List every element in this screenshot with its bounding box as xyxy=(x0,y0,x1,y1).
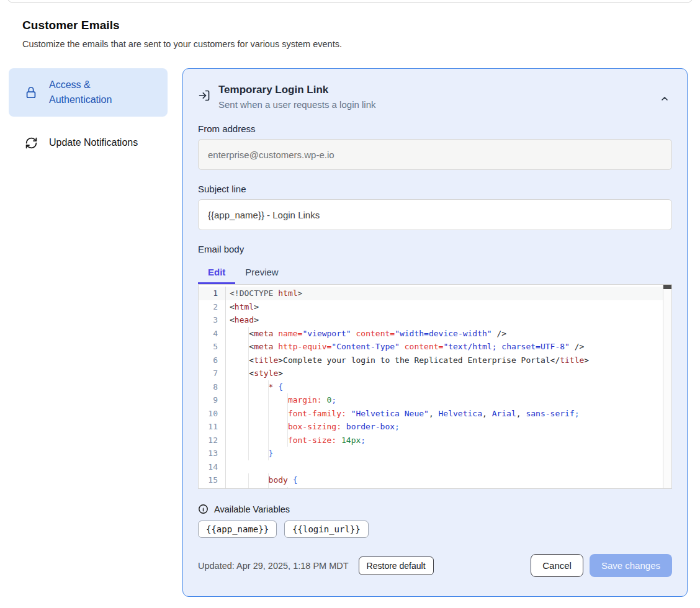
page-subtitle: Customize the emails that are sent to yo… xyxy=(22,39,581,49)
info-icon[interactable] xyxy=(198,504,209,514)
chevron-up-icon xyxy=(660,94,670,104)
line-number: 6 xyxy=(199,354,226,367)
indent-guide xyxy=(230,420,249,434)
cancel-button[interactable]: Cancel xyxy=(531,554,583,577)
indent-guide xyxy=(249,487,268,490)
code-text: <title>Complete your login to the Replic… xyxy=(226,354,663,367)
code-line: 9margin: 0; xyxy=(199,393,663,407)
email-body-label: Email body xyxy=(198,244,672,254)
email-body-tabs: Edit Preview xyxy=(198,262,672,284)
indent-guide xyxy=(230,340,249,354)
line-number: 10 xyxy=(199,407,226,421)
code-lines: 1<!DOCTYPE html>2<html>3<head>4<meta nam… xyxy=(199,285,663,488)
code-text: font-size: 14px; xyxy=(226,434,663,447)
subject-line-label: Subject line xyxy=(198,184,672,194)
panel-footer: Updated: Apr 29, 2025, 1:18 PM MDT Resto… xyxy=(198,554,672,577)
line-number: 12 xyxy=(199,434,226,447)
code-text xyxy=(226,460,663,474)
indent-guide xyxy=(230,473,249,487)
indent-guide xyxy=(230,447,249,460)
indent-guide xyxy=(249,407,268,421)
code-line: 12font-size: 14px; xyxy=(199,434,663,447)
updated-timestamp: Updated: Apr 29, 2025, 1:18 PM MDT xyxy=(198,561,349,571)
line-number: 15 xyxy=(199,473,226,487)
tab-preview[interactable]: Preview xyxy=(235,262,288,284)
code-line: 4<meta name="viewport" content="width=de… xyxy=(199,327,663,341)
line-number: 16 xyxy=(199,487,226,490)
indent-guide xyxy=(230,367,249,380)
tab-edit[interactable]: Edit xyxy=(198,262,235,284)
previous-card-edge xyxy=(6,0,694,3)
email-settings-panel: Temporary Login Link Sent when a user re… xyxy=(182,68,688,597)
indent-guide xyxy=(230,327,249,341)
indent-guide xyxy=(249,380,268,394)
indent-guide xyxy=(230,407,249,421)
code-text: margin: 0; xyxy=(226,393,663,407)
code-line: 7<style> xyxy=(199,367,663,380)
code-line: 11box-sizing: border-box; xyxy=(199,420,663,434)
indent-guide xyxy=(249,434,268,447)
sidebar-item-label: Update Notifications xyxy=(49,135,148,150)
page-title: Customer Emails xyxy=(22,19,581,32)
code-text: body { xyxy=(226,473,663,487)
code-line: 10font-family: "Helvetica Neue", Helveti… xyxy=(199,407,663,421)
save-changes-button[interactable]: Save changes xyxy=(590,554,672,577)
code-text: <head> xyxy=(226,313,663,327)
code-line: 14 xyxy=(199,460,663,474)
code-line: 8* { xyxy=(199,380,663,394)
line-number: 2 xyxy=(199,300,226,314)
code-text: background-color: #f6f9fc; xyxy=(226,487,663,490)
restore-default-button[interactable]: Restore default xyxy=(359,557,434,575)
sidebar-item-label: Access & Authentication xyxy=(49,78,148,107)
editor-scrollbar[interactable] xyxy=(663,285,671,488)
subject-line-input[interactable] xyxy=(198,199,672,230)
indent-guide xyxy=(249,447,268,460)
line-number: 4 xyxy=(199,327,226,341)
indent-guide xyxy=(269,393,288,407)
code-text: <html> xyxy=(226,300,663,314)
line-number: 5 xyxy=(199,340,226,354)
code-line: 3<head> xyxy=(199,313,663,327)
code-text: <meta name="viewport" content="width=dev… xyxy=(226,327,663,341)
code-line: 13} xyxy=(199,447,663,460)
panel-title-block: Temporary Login Link Sent when a user re… xyxy=(218,84,375,110)
line-number: 11 xyxy=(199,420,226,434)
code-text: <!DOCTYPE html> xyxy=(226,287,663,300)
sidebar-item-update-notifications[interactable]: Update Notifications xyxy=(9,130,168,155)
code-text: box-sizing: border-box; xyxy=(226,420,663,434)
code-text: } xyxy=(226,447,663,460)
indent-guide xyxy=(230,434,249,447)
code-line: 2<html> xyxy=(199,300,663,314)
sidebar-item-access-authentication[interactable]: Access & Authentication xyxy=(9,68,168,117)
line-number: 1 xyxy=(199,287,226,300)
code-text: <meta http-equiv="Content-Type" content=… xyxy=(226,340,663,354)
variable-chips: {{app_name}} {{login_url}} xyxy=(198,521,672,538)
indent-guide xyxy=(249,420,268,434)
available-variables-row: Available Variables xyxy=(198,504,672,514)
code-line: 5<meta http-equiv="Content-Type" content… xyxy=(199,340,663,354)
code-line: 15body { xyxy=(199,473,663,487)
code-text: font-family: "Helvetica Neue", Helvetica… xyxy=(226,407,663,421)
indent-guide xyxy=(269,487,288,490)
code-editor[interactable]: 1<!DOCTYPE html>2<html>3<head>4<meta nam… xyxy=(198,284,672,489)
indent-guide xyxy=(269,434,288,447)
line-number: 8 xyxy=(199,380,226,394)
sidebar: Access & Authentication Update Notificat… xyxy=(9,68,168,155)
line-number: 7 xyxy=(199,367,226,380)
line-number: 13 xyxy=(199,447,226,460)
login-icon xyxy=(198,89,210,102)
refresh-icon xyxy=(24,135,38,150)
code-line: 6<title>Complete your login to the Repli… xyxy=(199,354,663,367)
page-header: Customer Emails Customize the emails tha… xyxy=(22,19,581,49)
line-number: 3 xyxy=(199,313,226,327)
indent-guide xyxy=(269,407,288,421)
indent-guide xyxy=(230,354,249,367)
variable-chip-login-url[interactable]: {{login_url}} xyxy=(284,521,369,538)
variable-chip-app-name[interactable]: {{app_name}} xyxy=(198,521,277,538)
indent-guide xyxy=(269,420,288,434)
from-address-input[interactable] xyxy=(198,139,672,170)
available-variables-label: Available Variables xyxy=(214,504,290,514)
lock-icon xyxy=(24,85,38,100)
scrollbar-thumb[interactable] xyxy=(663,285,671,289)
collapse-button[interactable] xyxy=(657,91,672,106)
